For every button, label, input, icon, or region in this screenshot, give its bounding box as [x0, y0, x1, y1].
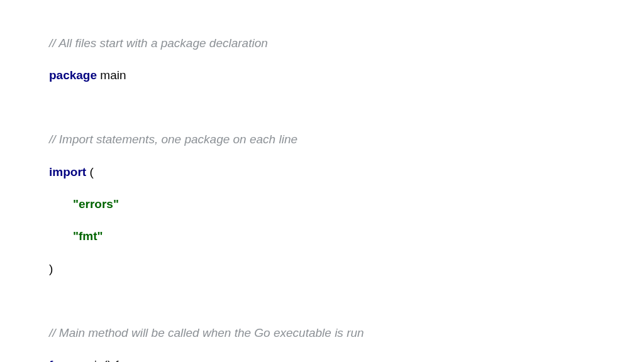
- keyword-import: import: [49, 165, 86, 178]
- func-main-sig: main() {: [74, 358, 119, 362]
- comment-imports: // Import statements, one package on eac…: [49, 133, 297, 146]
- comment-main: // Main method will be called when the G…: [49, 326, 364, 339]
- import-fmt: "fmt": [73, 229, 103, 243]
- keyword-func: func: [49, 358, 74, 362]
- import-close-paren: ): [49, 262, 53, 275]
- import-errors: "errors": [73, 197, 119, 211]
- go-code-snippet: // All files start with a package declar…: [0, 0, 644, 362]
- keyword-package: package: [49, 69, 97, 82]
- package-name: main: [97, 69, 126, 82]
- import-open-paren: (: [86, 165, 94, 178]
- comment-package-decl: // All files start with a package declar…: [49, 36, 268, 50]
